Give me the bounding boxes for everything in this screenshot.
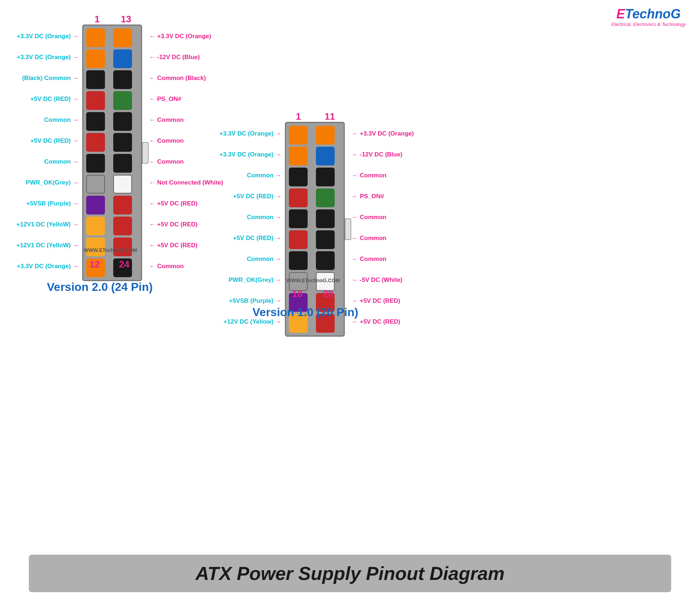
- pin-label: +5V DC (RED) →: [30, 137, 79, 145]
- pin-orange: [113, 28, 132, 47]
- pin-red: [113, 196, 132, 214]
- pin-purple: [86, 196, 105, 214]
- pin-red: [113, 238, 132, 256]
- pin-label: PWR_OK(Grey) →: [229, 276, 281, 284]
- pin-grid-20: [289, 126, 341, 333]
- pin-orange: [86, 28, 105, 47]
- pin-label: ← +3.3V DC (Orange): [352, 130, 414, 137]
- pin-label: ← +5V DC (RED): [149, 200, 198, 207]
- pin-label: ← +5V DC (RED): [149, 242, 198, 249]
- pin-num-13-24: 13: [121, 14, 131, 25]
- pin-black: [316, 230, 335, 249]
- version-24-label: Version 2.0 (24 Pin): [47, 280, 153, 294]
- pin-red: [289, 189, 308, 207]
- pin-label: Common →: [247, 256, 281, 263]
- pin-yellow: [86, 238, 105, 256]
- pin-label: ← Common (Black): [149, 75, 206, 82]
- pin-label: (Black) Common →: [22, 75, 79, 82]
- pin-label: ← PS_ON#: [149, 96, 181, 103]
- pin-label: +5V DC (RED) →: [233, 235, 281, 242]
- pin-black: [113, 112, 132, 131]
- pin-black: [316, 209, 335, 228]
- pin-label: ← Common: [149, 137, 184, 145]
- logo-e: E: [616, 6, 625, 21]
- title-bar: ATX Power Supply Pinout Diagram: [29, 555, 671, 592]
- pin-num-1-20: 1: [296, 111, 301, 122]
- pin-green: [113, 91, 132, 110]
- pin-num-24-24: 24: [119, 259, 129, 270]
- pin-orange: [316, 126, 335, 145]
- logo: ETechnoG Electrical, Electronics & Techn…: [612, 6, 686, 27]
- pin-label: Common →: [44, 158, 79, 165]
- pin-white: [113, 175, 132, 194]
- pin-red: [86, 91, 105, 110]
- pin-red: [289, 230, 308, 249]
- pin-label: ← +5V DC (RED): [149, 221, 198, 228]
- pin-label: ← Common: [352, 172, 386, 179]
- pin-red: [86, 133, 105, 152]
- pin-label: ← Common: [149, 263, 184, 270]
- pin-green: [316, 189, 335, 207]
- logo-subtitle: Electrical, Electronics & Technology: [612, 22, 686, 27]
- pin-label: ← Not Connected (White): [149, 179, 223, 186]
- pin-label: Common →: [44, 116, 79, 124]
- pin-label: ← Common: [149, 158, 184, 165]
- pin-label: Common →: [247, 214, 281, 221]
- connector-20pin: [285, 122, 345, 337]
- connector-24pin: [82, 25, 142, 281]
- pin-black: [86, 154, 105, 173]
- watermark-24: WWW.ETechnoG.COM: [84, 247, 137, 253]
- pin-num-12-24: 12: [89, 259, 100, 270]
- pin-black: [316, 251, 335, 270]
- pin-label: +5V DC (RED) →: [233, 193, 281, 200]
- pin-label: ← PS_ON#: [352, 193, 384, 200]
- pin-label: ← Common: [352, 214, 386, 221]
- pin-label: +12V DC (Yellow) →: [224, 318, 281, 325]
- pin-label: +3.3V DC (Orange) →: [220, 130, 281, 137]
- logo-technog: TechnoG: [625, 6, 681, 21]
- connector-latch: [142, 142, 149, 164]
- pin-label: +3.3V DC (Orange) →: [17, 263, 79, 270]
- pin-yellow: [86, 217, 105, 235]
- pin-label: ← Common: [352, 256, 386, 263]
- pin-black: [289, 209, 308, 228]
- pin-label: PWR_OK(Grey) →: [26, 179, 79, 186]
- pin-label: +5VSB (Purple) →: [26, 200, 79, 207]
- pin-label: +12V1 DC (YelloW) →: [17, 242, 79, 249]
- pin-label: ← +3.3V DC (Orange): [149, 33, 211, 40]
- pin-label: ← +5V DC (RED): [352, 318, 400, 325]
- watermark-20: WWW.ETechnoG.COM: [286, 278, 340, 283]
- pin-num-11-20: 11: [325, 111, 335, 122]
- pin-black: [316, 168, 335, 186]
- pin-label: ← Common: [149, 116, 184, 124]
- pin-blue: [113, 49, 132, 68]
- pin-label: +3.3V DC (Orange) →: [17, 33, 79, 40]
- pin-num-20-20: 20: [323, 288, 333, 300]
- pin-blue: [316, 147, 335, 165]
- pin-label: ← -5V DC (White): [352, 276, 402, 284]
- pin-orange: [289, 147, 308, 165]
- pin-black: [86, 70, 105, 89]
- pin-label: ← Common: [352, 235, 386, 242]
- pin-black: [86, 112, 105, 131]
- pin-black: [289, 251, 308, 270]
- pin-black: [113, 133, 132, 152]
- pin-black: [113, 70, 132, 89]
- pin-label: +3.3V DC (Orange) →: [17, 54, 79, 61]
- pin-label: Common →: [247, 172, 281, 179]
- connector-latch: [345, 218, 351, 240]
- pin-orange: [86, 49, 105, 68]
- version-20-label: Version 1.0 (20 Pin): [252, 306, 358, 319]
- pin-label: +12V1 DC (YelloW) →: [17, 221, 79, 228]
- pin-label: ← +5V DC (RED): [352, 297, 400, 305]
- pin-label: ← -12V DC (Blue): [149, 54, 200, 61]
- title-text: ATX Power Supply Pinout Diagram: [195, 563, 505, 584]
- pin-num-10-20: 10: [292, 288, 303, 300]
- pin-num-1-24: 1: [94, 14, 100, 25]
- pin-grey: [86, 175, 105, 194]
- pin-label: ← -12V DC (Blue): [352, 151, 402, 158]
- pin-label: +5VSB (Purple) →: [229, 297, 281, 305]
- pin-black: [289, 168, 308, 186]
- pin-label: +5V DC (RED) →: [30, 96, 79, 103]
- pin-orange: [289, 126, 308, 145]
